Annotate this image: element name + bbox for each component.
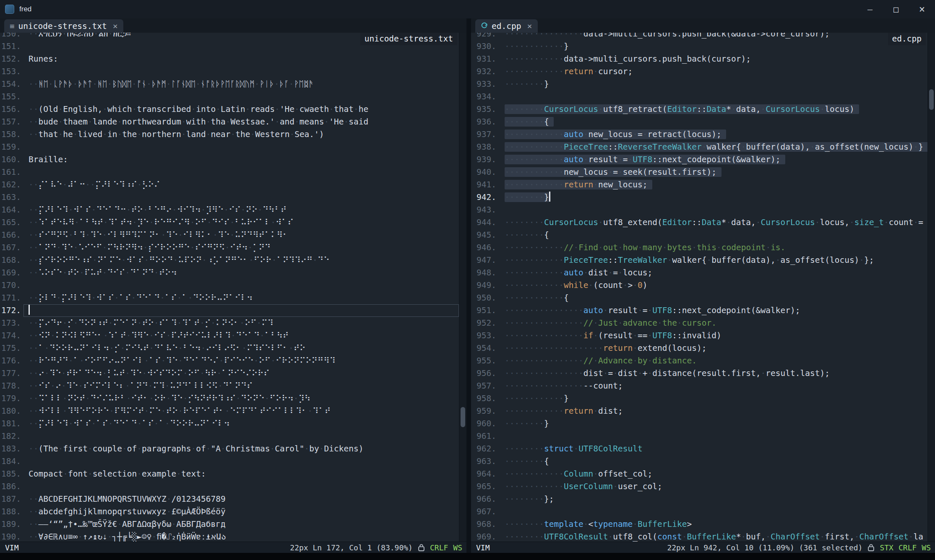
code-line[interactable]: 952.················//·Just·advance·the·…	[471, 317, 927, 329]
code-line[interactable]: 930.············}	[471, 40, 927, 53]
code-line[interactable]: 966.········};	[471, 493, 927, 506]
code-line[interactable]: 181.··⡍⠜⠇⠑⠹·⠺⠁⠎·⠁⠎·⠙⠑⠁⠙·⠁⠎·⠁·⠙⠕⠕⠗⠤⠝⠁⠊⠇⠲	[0, 417, 459, 430]
code-line[interactable]: 172.	[0, 304, 459, 317]
code-line[interactable]: 164.··⡍⠜⠇⠑⠹·⠺⠁⠎·⠙⠑⠁⠙⠒·⠞⠕·⠃⠑⠛⠔·⠺⠊⠹⠲·⡹⠻⠑·⠊…	[0, 204, 459, 216]
close-button[interactable]: ×	[909, 0, 935, 18]
code-line[interactable]: 182.	[0, 430, 459, 443]
line-number: 938.	[471, 141, 500, 153]
code-line[interactable]: 179.··⠩⠁⠇⠇·⠝⠕⠞·⠙⠊⠌⠥⠗⠃·⠊⠞⠂·⠕⠗·⠹⠑·⡊⠳⠝⠞⠗⠹⠰⠎…	[0, 392, 459, 405]
code-line[interactable]: 932.············return·cursor;	[471, 65, 927, 78]
code-line[interactable]: 153.	[0, 65, 459, 78]
code-line[interactable]: 185.Compact·font·selection·example·text:	[0, 468, 459, 480]
code-line[interactable]: 942.········}	[471, 191, 927, 204]
code-line[interactable]: 951.················auto·result·=·UTF8::…	[471, 304, 927, 317]
code-line[interactable]: 955.················//·Advance·by·distan…	[471, 355, 927, 367]
code-line[interactable]: 180.··⠺⠊⠇⠇·⠹⠻⠑⠋⠕⠗⠑·⠏⠻⠍⠊⠞·⠍⠑·⠞⠕·⠗⠑⠏⠑⠁⠞⠂·⠑…	[0, 405, 459, 417]
code-line[interactable]: 168.··⡎⠊⠗⠕⠕⠛⠑⠰⠎·⠝⠁⠍⠑·⠺⠁⠎·⠛⠕⠕⠙·⠥⠏⠕⠝·⠰⡡⠁⠝⠛…	[0, 254, 459, 267]
code-line[interactable]: 950.············{	[471, 292, 927, 304]
code-line[interactable]: 937.············auto·new_locus·=·retract…	[471, 128, 927, 141]
code-line[interactable]: 160.Braille:	[0, 153, 459, 166]
code-line[interactable]: 178.··⠊⠎·⠔·⠹⠑·⠎⠊⠍⠊⠇⠑⠆·⠁⠝⠙·⠍⠹·⠥⠝⠙⠁⠇⠇⠪⠫·⠙⠁…	[0, 380, 459, 392]
code-line[interactable]: 934.	[471, 91, 927, 103]
code-line[interactable]: 964.············Column·offset_col;	[471, 468, 927, 480]
code-line[interactable]: 967.	[471, 506, 927, 518]
code-line[interactable]: 163.	[0, 191, 459, 204]
code-line[interactable]: 152.Runes:	[0, 53, 459, 65]
code-line[interactable]: 958.············}	[471, 392, 927, 405]
maximize-button[interactable]: □	[883, 0, 909, 18]
code-line[interactable]: 947.············PieceTree::TreeWalker·wa…	[471, 254, 927, 267]
code-line[interactable]: 162.··⡌⠁⠧⠑·⠼⠁⠒··⡍⠜⠇⠑⠹⠰⠎·⡣⠕⠌	[0, 179, 459, 191]
code-line[interactable]: 957.················--count;	[471, 380, 927, 392]
code-line[interactable]: 184.	[0, 455, 459, 468]
lock-icon[interactable]	[418, 544, 425, 551]
tab-unicode-stress-txt[interactable]: ≡ unicode-stress.txt ×	[4, 19, 123, 33]
code-line[interactable]: 959.············return·dist;	[471, 405, 927, 417]
code-line[interactable]: 156.··(Old·English,·which·transcribed·in…	[0, 103, 459, 116]
code-line[interactable]: 944.········CursorLocus·utf8_extend(Edit…	[471, 216, 927, 229]
code-line[interactable]: 166.··⠎⠊⠛⠝⠫·⠃⠹·⠹⠑·⠊⠇⠻⠛⠹⠍⠁⠝⠂·⠹⠑·⠊⠇⠻⠅⠂·⠹⠑·…	[0, 229, 459, 241]
code-line[interactable]: 175.··⠁·⠙⠕⠕⠗⠤⠝⠁⠊⠇⠲·⡊·⠍⠊⠣⠞·⠙⠁⠧⠑·⠃⠑⠲·⠔⠊⠇⠔⠫…	[0, 342, 459, 355]
code-line[interactable]: 965.············UserColumn·user_col;	[471, 480, 927, 493]
code-line[interactable]: 174.··⠪⠝·⠅⠝⠪⠇⠫⠛⠑⠂·⠱⠁⠞·⠹⠻⠑·⠊⠎·⠏⠜⠞⠊⠊⠥⠇⠜⠇⠹·…	[0, 329, 459, 342]
code-line[interactable]: 155.	[0, 91, 459, 103]
line-number: 177.	[0, 367, 23, 380]
right-scrollbar[interactable]	[927, 33, 935, 542]
code-line[interactable]: 969.········UTF8ColResult·utf8_col(const…	[471, 531, 927, 542]
code-line[interactable]: 189.··–—‘“”„†•…‰™œŠŸž€·ΑΒΓΔΩαβγδω·АБВГДа…	[0, 518, 459, 531]
code-line[interactable]: 939.············auto·result·=·UTF8::next…	[471, 153, 927, 166]
code-line[interactable]: 946.············//·Find·out·how·many·byt…	[471, 241, 927, 254]
code-line[interactable]: 949.············while·(count·>·0)	[471, 279, 927, 292]
code-line[interactable]: 936.········{	[471, 116, 927, 128]
code-line[interactable]: 933.········}	[471, 78, 927, 91]
tab-close-icon[interactable]: ×	[527, 21, 532, 31]
code-line[interactable]: 931.············data->multi_cursors.push…	[471, 53, 927, 65]
code-line[interactable]: 161.	[0, 166, 459, 179]
lock-icon[interactable]	[868, 544, 874, 551]
code-line[interactable]: 158.··that·he·lived·in·the·northern·land…	[0, 128, 459, 141]
code-line[interactable]: 183.··(The·first·couple·of·paragraphs·of…	[0, 443, 459, 455]
code-line[interactable]: 165.··⠱⠁⠞⠑⠧⠻·⠁⠃⠳⠞·⠹⠁⠞⠲·⡹⠑·⠗⠑⠛⠊⠌⠻·⠕⠋·⠙⠊⠎·…	[0, 216, 459, 229]
code-line[interactable]: 171.··⡕⠇⠙·⡍⠜⠇⠑⠹·⠺⠁⠎·⠁⠎·⠙⠑⠁⠙·⠁⠎·⠁·⠙⠕⠕⠗⠤⠝⠁…	[0, 292, 459, 304]
code-line[interactable]: 960.········}	[471, 417, 927, 430]
code-line[interactable]: 167.··⠁⠝⠙·⠹⠑·⠡⠊⠑⠋·⠍⠳⠗⠝⠻⠲·⡎⠊⠗⠕⠕⠛⠑·⠎⠊⠛⠝⠫·⠊…	[0, 241, 459, 254]
minimize-button[interactable]: –	[857, 0, 883, 18]
right-editor-content[interactable]: 929.················data->multi_cursors.…	[471, 33, 927, 542]
code-line[interactable]: 190.··∀∂∈ℝ∧∪≡∞·↑↗↨↻⇣·┐┼╔╘░►☺♀·ﬁ�⑀₂ἠḂӥẄɐː…	[0, 531, 459, 542]
code-line[interactable]: 170.	[0, 279, 459, 292]
code-line[interactable]: 157.··bude·thaem·lande·northweardum·with…	[0, 116, 459, 128]
code-line[interactable]: 186.	[0, 480, 459, 493]
left-scrollbar-thumb[interactable]	[461, 407, 465, 427]
code-line[interactable]: 948.············auto·dist·=·locus;	[471, 267, 927, 279]
code-line[interactable]: 938.············PieceTree::ReverseTreeWa…	[471, 141, 927, 153]
left-scrollbar[interactable]	[459, 33, 466, 542]
code-line[interactable]: 173.··⡍⠔⠙⠖·⡊·⠙⠕⠝⠰⠞·⠍⠑⠁⠝·⠞⠕·⠎⠁⠹·⠹⠁⠞·⡊·⠅⠝⠪…	[0, 317, 459, 329]
code-line[interactable]: 954.····················return·extend(lo…	[471, 342, 927, 355]
code-line[interactable]: 956.················dist·=·dist·+·distan…	[471, 367, 927, 380]
code-line[interactable]: 943.	[471, 204, 927, 216]
code-line[interactable]: 953.················if·(result·==·UTF8::…	[471, 329, 927, 342]
code-line[interactable]: 945.········{	[471, 229, 927, 241]
code-line[interactable]: 154.··ᚻᛖ·ᚳᚹᚫᚦ·ᚦᚫᛏ·ᚻᛖ·ᛒᚢᛞᛖ·ᚩᚾ·ᚦᚫᛗ·ᛚᚪᚾᛞᛖ·ᚾ…	[0, 78, 459, 91]
code-line[interactable]: 177.··⠔·⠹⠑·⠞⠗⠁⠙⠑⠲·⡃⠥⠞·⠹⠑·⠺⠊⠎⠙⠕⠍·⠕⠋·⠳⠗·⠁⠝…	[0, 367, 459, 380]
code-line[interactable]: 941.············return·new_locus;	[471, 179, 927, 191]
code-line[interactable]: 169.··⠡⠕⠎⠑·⠞⠕·⠏⠥⠞·⠙⠊⠎·⠙⠁⠝⠙·⠞⠕⠲	[0, 267, 459, 279]
code-line[interactable]: 968.········template·<typename·BufferLik…	[471, 518, 927, 531]
code-line[interactable]: 961.	[471, 430, 927, 443]
left-status-bar: VIM 22px Ln 172, Col 1 (83.90%) CRLFWS	[0, 542, 466, 553]
tab-ed-cpp[interactable]: ed.cpp ×	[475, 19, 538, 33]
code-line[interactable]: 929.················data->multi_cursors.…	[471, 33, 927, 40]
code-line[interactable]: 159.	[0, 141, 459, 153]
left-editor-content[interactable]: 150.··እግርህን·በፍራሽህ·ልክ·ዘርጋ።151.152.Runes:1…	[0, 33, 459, 542]
code-line[interactable]: 963.········{	[471, 455, 927, 468]
code-line[interactable]: 187.··ABCDEFGHIJKLMNOPQRSTUVWXYZ·/012345…	[0, 493, 459, 506]
bottom-strip	[0, 553, 935, 560]
tab-close-icon[interactable]: ×	[113, 21, 118, 31]
right-scrollbar-thumb[interactable]	[929, 89, 934, 110]
code-line[interactable]: 962.········struct·UTF8ColResult	[471, 443, 927, 455]
code-line[interactable]: 940.············new_locus·=·seek(result.…	[471, 166, 927, 179]
pane-divider[interactable]	[466, 18, 471, 553]
code-line[interactable]: 935.········CursorLocus·utf8_retract(Edi…	[471, 103, 927, 116]
code-line[interactable]: 176.··⠗⠑⠛⠜⠙·⠁·⠊⠕⠋⠋⠔⠤⠝⠁⠊⠇·⠁⠎·⠹⠑·⠙⠑⠁⠙⠑⠌·⠏⠊…	[0, 355, 459, 367]
code-line[interactable]: 188.··abcdefghijklmnopqrstuvwxyz·£©µÀÆÖÞ…	[0, 506, 459, 518]
